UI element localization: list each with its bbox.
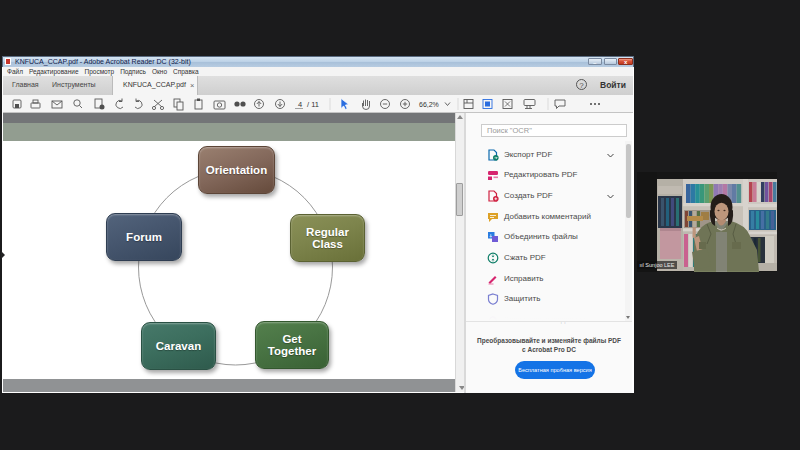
svg-text:66,2%: 66,2% <box>419 101 439 108</box>
svg-text:4: 4 <box>298 100 302 109</box>
svg-text:/ 11: / 11 <box>307 100 319 109</box>
